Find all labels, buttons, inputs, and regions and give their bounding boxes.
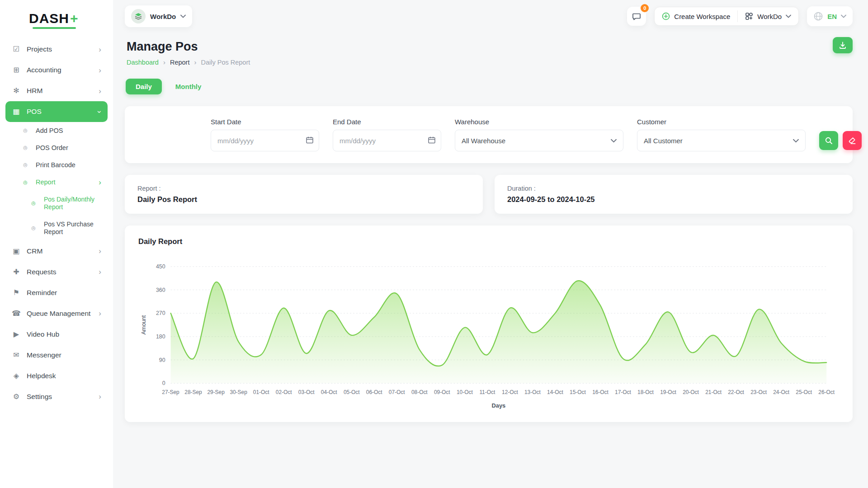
svg-text:14-Oct: 14-Oct xyxy=(547,389,563,395)
search-icon xyxy=(825,136,833,145)
sidebar-item-label: HRM xyxy=(27,86,93,95)
queue-management-icon: ☎ xyxy=(12,309,21,318)
tab-monthly[interactable]: Monthly xyxy=(174,79,203,94)
sidebar-item-video-hub[interactable]: ▶Video Hub xyxy=(5,324,108,345)
workspace-switcher[interactable]: WorkDo xyxy=(125,5,192,27)
globe-icon xyxy=(813,11,823,21)
customer-select[interactable]: All Customer xyxy=(637,130,806,151)
create-workspace-button[interactable]: Create Workspace xyxy=(655,7,737,25)
sidebar-item-accounting[interactable]: ⊞Accounting› xyxy=(5,60,108,80)
sidebar-item-pos[interactable]: ▦POS› xyxy=(5,101,108,122)
chevron-down-icon xyxy=(611,139,617,143)
accounting-icon: ⊞ xyxy=(12,66,21,75)
sidebar-nav: ☑Projects›⊞Accounting›✻HRM›▦POS›◎Add POS… xyxy=(0,33,113,407)
sidebar-item-report[interactable]: ◎Report› xyxy=(5,174,108,191)
create-workspace-label: Create Workspace xyxy=(674,13,730,20)
pos-icon: ▦ xyxy=(12,107,21,116)
messages-button[interactable]: 0 xyxy=(627,7,646,26)
chevron-right-icon: › xyxy=(99,66,101,74)
chart-title: Daily Report xyxy=(138,237,839,246)
chevron-right-icon: › xyxy=(99,46,101,53)
sidebar-item-add-pos[interactable]: ◎Add POS xyxy=(5,122,108,139)
sidebar-item-label: POS Order xyxy=(36,144,101,152)
svg-text:30-Sep: 30-Sep xyxy=(230,389,247,395)
svg-text:03-Oct: 03-Oct xyxy=(298,389,315,395)
svg-text:11-Oct: 11-Oct xyxy=(479,389,495,395)
sidebar-item-print-barcode[interactable]: ◎Print Barcode xyxy=(5,156,108,174)
sidebar-item-label: Projects xyxy=(27,45,93,53)
chevron-down-icon xyxy=(793,139,799,143)
customer-label: Customer xyxy=(637,118,806,126)
sidebar-item-label: Requests xyxy=(27,267,93,276)
language-selector[interactable]: EN xyxy=(807,6,853,26)
filter-card: Start Date End Date Warehouse All Wareho… xyxy=(125,106,853,163)
sidebar-item-crm[interactable]: ▣CRM› xyxy=(5,241,108,262)
app-logo[interactable]: DASH+ xyxy=(0,0,113,33)
reset-filter-button[interactable] xyxy=(843,131,862,150)
video-hub-icon: ▶ xyxy=(12,330,21,339)
sidebar: DASH+ ☑Projects›⊞Accounting›✻HRM›▦POS›◎A… xyxy=(0,0,113,488)
sidebar-item-hrm[interactable]: ✻HRM› xyxy=(5,80,108,101)
pos-order-icon: ◎ xyxy=(21,145,30,151)
svg-text:16-Oct: 16-Oct xyxy=(592,389,609,395)
chevron-right-icon: › xyxy=(99,310,101,317)
tab-daily[interactable]: Daily xyxy=(126,79,162,94)
svg-text:04-Oct: 04-Oct xyxy=(321,389,337,395)
svg-text:Amount: Amount xyxy=(141,315,147,334)
report-summary-card: Report : Daily Pos Report xyxy=(125,175,483,214)
svg-text:07-Oct: 07-Oct xyxy=(389,389,405,395)
sidebar-item-label: Add POS xyxy=(36,127,101,135)
sidebar-item-reminder[interactable]: ⚑Reminder xyxy=(5,282,108,303)
svg-text:24-Oct: 24-Oct xyxy=(773,389,789,395)
workspace-name: WorkDo xyxy=(150,13,176,20)
sidebar-item-requests[interactable]: ✚Requests› xyxy=(5,262,108,282)
start-date-input[interactable] xyxy=(211,130,319,151)
breadcrumb-dashboard[interactable]: Dashboard xyxy=(127,59,159,66)
sidebar-item-projects[interactable]: ☑Projects› xyxy=(5,39,108,60)
svg-text:21-Oct: 21-Oct xyxy=(705,389,722,395)
sidebar-item-label: Video Hub xyxy=(27,330,101,338)
svg-text:13-Oct: 13-Oct xyxy=(524,389,541,395)
sidebar-item-label: Queue Management xyxy=(27,309,93,318)
sidebar-item-label: Reminder xyxy=(27,288,101,297)
svg-text:08-Oct: 08-Oct xyxy=(411,389,428,395)
svg-text:270: 270 xyxy=(156,310,165,316)
topbar-actions: 0 Create Workspace WorkDo EN xyxy=(627,6,853,26)
duration-value: 2024-09-25 to 2024-10-25 xyxy=(507,195,840,204)
sidebar-item-label: Accounting xyxy=(27,66,93,74)
chevron-right-icon: › xyxy=(99,268,101,276)
report-icon: ◎ xyxy=(21,179,30,186)
sidebar-item-pos-vs-purchase-report[interactable]: ◎Pos VS Purchase Report xyxy=(5,216,108,241)
svg-text:29-Sep: 29-Sep xyxy=(207,389,225,395)
svg-text:22-Oct: 22-Oct xyxy=(728,389,744,395)
warehouse-select[interactable]: All Warehouse xyxy=(455,130,623,151)
sidebar-item-queue-management[interactable]: ☎Queue Management› xyxy=(5,303,108,324)
projects-icon: ☑ xyxy=(12,45,21,54)
sidebar-item-pos-daily-monthly-report[interactable]: ◎Pos Daily/Monthly Report xyxy=(5,191,108,216)
customer-select-value: All Customer xyxy=(644,137,683,145)
workspace-menu-label: WorkDo xyxy=(757,13,782,20)
sidebar-item-helpdesk[interactable]: ◈Helpdesk xyxy=(5,366,108,386)
sidebar-item-pos-order[interactable]: ◎POS Order xyxy=(5,139,108,156)
svg-text:90: 90 xyxy=(159,357,165,363)
svg-text:17-Oct: 17-Oct xyxy=(615,389,631,395)
svg-text:06-Oct: 06-Oct xyxy=(366,389,382,395)
sidebar-item-settings[interactable]: ⚙Settings› xyxy=(5,386,108,407)
chevron-down-icon: › xyxy=(96,110,104,113)
logo-underline xyxy=(33,27,76,29)
svg-text:0: 0 xyxy=(162,380,165,386)
apply-filter-button[interactable] xyxy=(819,131,838,150)
sidebar-item-messenger[interactable]: ✉Messenger xyxy=(5,345,108,366)
report-mode-tabs: Daily Monthly xyxy=(126,79,853,94)
chevron-right-icon: › xyxy=(99,87,101,95)
end-date-input[interactable] xyxy=(333,130,441,151)
svg-text:01-Oct: 01-Oct xyxy=(253,389,269,395)
duration-summary-card: Duration : 2024-09-25 to 2024-10-25 xyxy=(495,175,853,214)
chevron-right-icon: › xyxy=(99,178,101,186)
sidebar-item-label: Messenger xyxy=(27,351,101,359)
download-button[interactable] xyxy=(833,37,853,53)
sidebar-item-label: Report xyxy=(36,178,93,186)
workspace-menu-button[interactable]: WorkDo xyxy=(738,7,798,25)
warehouse-select-value: All Warehouse xyxy=(462,137,505,145)
sidebar-item-label: POS xyxy=(27,107,93,116)
